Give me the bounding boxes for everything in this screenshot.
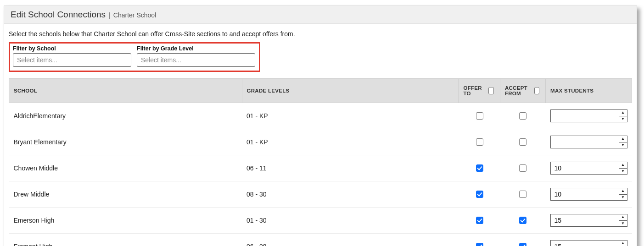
accept-from-checkbox[interactable] — [519, 138, 526, 146]
stepper-up-icon[interactable]: ▲ — [619, 241, 627, 246]
grade-cell: 01 - 30 — [242, 208, 459, 234]
offer-cell — [459, 234, 500, 246]
filter-grade-label: Filter by Grade Level — [137, 45, 255, 52]
max-students-stepper: ▲▼ — [550, 240, 627, 246]
col-school-label: SCHOOL — [14, 88, 37, 93]
accept-cell — [500, 234, 545, 246]
panel-header: Edit School Connections | Charter School — [4, 6, 637, 24]
stepper-arrows: ▲▼ — [619, 241, 627, 246]
filter-grade-input[interactable] — [137, 53, 255, 67]
school-cell: Fremont High — [9, 234, 242, 246]
stepper-up-icon[interactable]: ▲ — [619, 136, 627, 142]
accept-from-checkbox[interactable] — [519, 243, 526, 246]
stepper-down-icon[interactable]: ▼ — [619, 195, 627, 201]
filter-school-input[interactable] — [13, 53, 131, 67]
stepper-arrows: ▲▼ — [619, 136, 627, 148]
accept-from-checkbox[interactable] — [519, 164, 526, 172]
filter-school-label: Filter by School — [13, 45, 131, 52]
school-cell: Chowen Middle — [9, 155, 242, 181]
table-row: Drew Middle08 - 30▲▼ — [9, 181, 632, 208]
offer-to-checkbox[interactable] — [476, 191, 483, 198]
page-title: Edit School Connections — [11, 10, 106, 19]
offer-to-all-checkbox[interactable] — [488, 87, 494, 94]
offer-to-checkbox[interactable] — [476, 112, 483, 120]
table-row: AldrichElementary01 - KP▲▼ — [9, 103, 632, 129]
accept-cell — [500, 155, 545, 181]
max-cell: ▲▼ — [546, 181, 632, 208]
accept-from-checkbox[interactable] — [519, 112, 526, 120]
accept-from-all-checkbox[interactable] — [534, 87, 539, 94]
col-offer-label: OFFER TO — [463, 85, 483, 96]
offer-cell — [459, 103, 500, 129]
max-students-input[interactable] — [551, 162, 619, 174]
offer-cell — [459, 208, 500, 234]
offer-to-checkbox[interactable] — [476, 217, 483, 224]
col-max-header: MAX STUDENTS — [546, 79, 632, 103]
school-cell: Bryant Elementary — [9, 129, 242, 155]
accept-cell — [500, 129, 545, 155]
accept-cell — [500, 103, 545, 129]
stepper-arrows: ▲▼ — [619, 188, 627, 200]
max-students-stepper: ▲▼ — [550, 214, 627, 227]
stepper-down-icon[interactable]: ▼ — [619, 142, 627, 148]
offer-cell — [459, 181, 500, 208]
school-cell: Emerson High — [9, 208, 242, 234]
title-divider: | — [108, 11, 110, 19]
stepper-arrows: ▲▼ — [619, 162, 627, 174]
max-students-input[interactable] — [551, 136, 619, 148]
max-students-input[interactable] — [551, 110, 619, 122]
page-subtitle: Charter School — [113, 11, 156, 19]
max-students-stepper: ▲▼ — [550, 109, 627, 122]
table-row: Bryant Elementary01 - KP▲▼ — [9, 129, 632, 155]
panel-body: Select the schools below that Charter Sc… — [4, 24, 637, 246]
col-school-header: SCHOOL — [9, 79, 242, 103]
stepper-up-icon[interactable]: ▲ — [619, 214, 627, 221]
col-grade-header: GRADE LEVELS — [242, 79, 459, 103]
filter-by-school: Filter by School — [13, 45, 131, 67]
instruction-text: Select the schools below that Charter Sc… — [9, 30, 632, 38]
max-students-stepper: ▲▼ — [550, 136, 627, 148]
col-grade-label: GRADE LEVELS — [247, 88, 290, 93]
offer-to-checkbox[interactable] — [476, 243, 483, 246]
grade-cell: 06 - 08 — [242, 234, 459, 246]
grade-cell: 08 - 30 — [242, 181, 459, 208]
table-header-row: SCHOOL GRADE LEVELS OFFER TO ACCEPT FROM — [9, 79, 632, 103]
max-students-input[interactable] — [551, 214, 619, 226]
accept-from-checkbox[interactable] — [519, 191, 526, 198]
stepper-down-icon[interactable]: ▼ — [619, 221, 627, 227]
max-students-stepper: ▲▼ — [550, 188, 627, 201]
accept-from-checkbox[interactable] — [519, 217, 526, 224]
max-cell: ▲▼ — [546, 234, 632, 246]
panel: Edit School Connections | Charter School… — [4, 5, 637, 246]
stepper-arrows: ▲▼ — [619, 110, 627, 122]
offer-cell — [459, 129, 500, 155]
school-cell: Drew Middle — [9, 181, 242, 208]
stepper-up-icon[interactable]: ▲ — [619, 188, 627, 195]
max-students-input[interactable] — [551, 188, 619, 200]
stepper-down-icon[interactable]: ▼ — [619, 169, 627, 175]
col-max-label: MAX STUDENTS — [550, 88, 594, 93]
col-offer-header: OFFER TO — [459, 79, 500, 103]
grade-cell: 06 - 11 — [242, 155, 459, 181]
schools-table: SCHOOL GRADE LEVELS OFFER TO ACCEPT FROM — [9, 78, 632, 246]
stepper-up-icon[interactable]: ▲ — [619, 162, 627, 169]
offer-to-checkbox[interactable] — [476, 138, 483, 146]
max-cell: ▲▼ — [546, 208, 632, 234]
table-row: Chowen Middle06 - 11▲▼ — [9, 155, 632, 181]
offer-to-checkbox[interactable] — [476, 164, 483, 172]
max-students-input[interactable] — [551, 241, 619, 246]
filter-by-grade: Filter by Grade Level — [137, 45, 255, 67]
offer-cell — [459, 155, 500, 181]
accept-cell — [500, 181, 545, 208]
filter-group-highlight: Filter by School Filter by Grade Level — [9, 42, 260, 72]
max-cell: ▲▼ — [546, 129, 632, 155]
grade-cell: 01 - KP — [242, 129, 459, 155]
max-cell: ▲▼ — [546, 155, 632, 181]
stepper-up-icon[interactable]: ▲ — [619, 110, 627, 116]
col-accept-label: ACCEPT FROM — [505, 85, 530, 96]
stepper-down-icon[interactable]: ▼ — [619, 116, 627, 122]
table-row: Emerson High01 - 30▲▼ — [9, 208, 632, 234]
col-accept-header: ACCEPT FROM — [500, 79, 545, 103]
accept-cell — [500, 208, 545, 234]
max-cell: ▲▼ — [546, 103, 632, 129]
